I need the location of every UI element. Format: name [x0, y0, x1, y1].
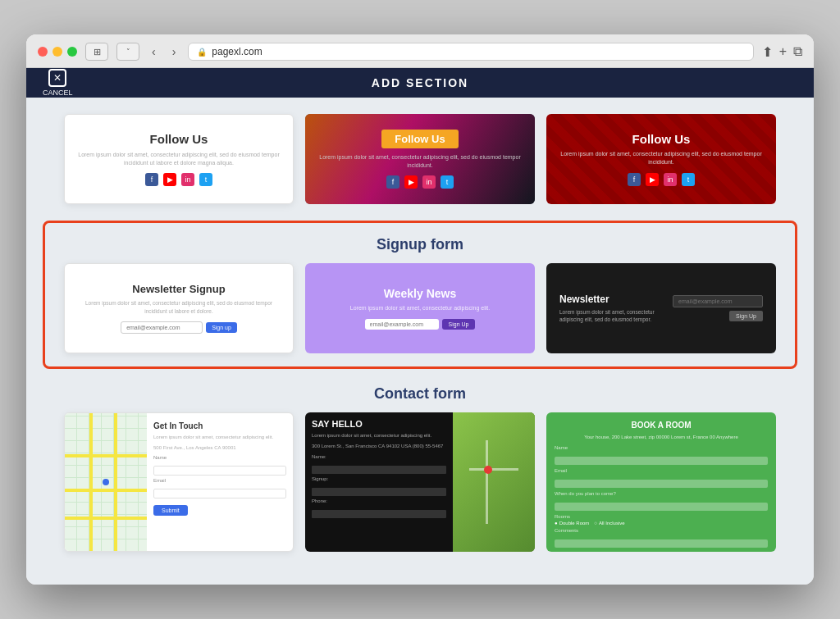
follow-us-yellow-title: Follow Us — [381, 130, 458, 148]
br-room-double[interactable]: ●Double Room — [555, 521, 589, 526]
name-field: Name — [153, 455, 286, 476]
youtube-icon: ▶ — [163, 173, 176, 186]
tabs-button[interactable]: ⧉ — [793, 44, 802, 59]
sh-name-input[interactable] — [312, 466, 446, 474]
br-comments-input[interactable] — [555, 539, 768, 548]
book-a-room-card[interactable]: BOOK A ROOM Your house, 200 Lake street,… — [546, 412, 776, 552]
dark-newsletter-email-input[interactable] — [673, 295, 763, 307]
weekly-news-signup-button[interactable]: Sign Up — [442, 319, 476, 330]
facebook-icon-r: f — [628, 173, 641, 186]
newsletter-desc: Lorem ipsum dolor sit amet, consectetur … — [76, 299, 281, 314]
forward-button[interactable]: › — [168, 43, 180, 60]
weekly-news-email-input[interactable] — [365, 319, 439, 330]
submit-button[interactable]: Submit — [153, 505, 188, 516]
share-button[interactable]: ⬆ — [762, 44, 773, 60]
app-header: ✕ CANCEL ADD SECTION — [26, 68, 814, 98]
instagram-icon: in — [181, 173, 194, 186]
window-chevron-button[interactable]: ˅ — [116, 43, 139, 61]
follow-us-red-desc: Lorem ipsum dolor sit amet, consectetur … — [556, 150, 766, 166]
br-date-field: When do you plan to come? — [555, 491, 768, 512]
br-room-inclusive[interactable]: ○All Inclusive — [594, 521, 624, 526]
twitter-icon-r: t — [682, 173, 695, 186]
signup-form-label: Signup form — [58, 236, 782, 253]
youtube-icon-r: ▶ — [646, 173, 659, 186]
back-button[interactable]: ‹ — [148, 43, 160, 60]
window-layout-button[interactable]: ⊞ — [85, 43, 108, 61]
newsletter-title: Newsletter Signup — [132, 283, 225, 295]
weekly-news-card[interactable]: Weekly News Lorem ipsum dolor sit amet, … — [305, 263, 535, 353]
sh-field-signup: Signup: — [312, 476, 446, 497]
browser-chrome: ⊞ ˅ ‹ › 🔒 pagexl.com ⬆ + ⧉ — [26, 34, 814, 68]
follow-us-red-social: f ▶ in t — [628, 173, 695, 186]
name-input[interactable] — [153, 466, 286, 476]
signup-cards-row: Newsletter Signup Lorem ipsum dolor sit … — [58, 263, 782, 353]
main-content: Follow Us Lorem ipsum dolor sit amet, co… — [26, 98, 814, 585]
email-label: Email — [153, 478, 286, 483]
weekly-news-desc: Lorem ipsum dolor sit amet, consectetur … — [350, 304, 490, 312]
name-label: Name — [153, 455, 286, 460]
dark-newsletter-left: Newsletter Lorem ipsum dolor sit amet, c… — [559, 294, 663, 323]
br-room-options: ●Double Room ○All Inclusive — [555, 521, 768, 526]
sh-field-phone: Phone: — [312, 498, 446, 519]
new-tab-button[interactable]: + — [779, 44, 787, 59]
br-date-input[interactable] — [555, 503, 768, 511]
sh-signup-input[interactable] — [312, 488, 446, 496]
get-in-touch-title: Get In Touch — [153, 421, 286, 430]
br-room-double-label: Double Room — [559, 521, 590, 526]
say-hello-fields: Name: Signup: Phone: — [312, 454, 446, 519]
say-hello-content: SAY HELLO Lorem ipsum dolor sit amet, co… — [305, 412, 453, 552]
say-hello-map — [453, 412, 535, 552]
maximize-button[interactable] — [67, 47, 77, 57]
map-pin — [103, 479, 109, 485]
get-in-touch-address: 500 First Ave., Los Angeles CA 90001 — [153, 444, 286, 452]
newsletter-signup-card[interactable]: Newsletter Signup Lorem ipsum dolor sit … — [64, 263, 294, 353]
browser-actions: ⬆ + ⧉ — [762, 44, 802, 60]
map-image — [65, 413, 147, 551]
page-title: ADD SECTION — [372, 76, 468, 89]
newsletter-signup-button[interactable]: Sign up — [206, 322, 237, 333]
say-hello-card[interactable]: SAY HELLO Lorem ipsum dolor sit amet, co… — [305, 412, 535, 552]
say-hello-address: 300 Lorem St., San Francisco CA 94102 US… — [312, 443, 446, 449]
follow-us-yellow-social: f ▶ in t — [386, 175, 454, 189]
weekly-news-title: Weekly News — [384, 287, 456, 300]
newsletter-email-input[interactable] — [121, 321, 203, 334]
br-comments-field: Comments — [555, 528, 768, 548]
traffic-lights — [38, 47, 77, 57]
br-room-inclusive-label: All Inclusive — [599, 521, 625, 526]
get-in-touch-desc: Lorem ipsum dolor sit amet, consectetur … — [153, 434, 286, 441]
contact-cards-row: Get In Touch Lorem ipsum dolor sit amet,… — [43, 412, 797, 552]
facebook-icon-y: f — [386, 175, 399, 189]
address-bar[interactable]: 🔒 pagexl.com — [188, 43, 753, 61]
cancel-button[interactable]: ✕ CANCEL — [43, 69, 73, 97]
email-input[interactable] — [153, 489, 286, 498]
follow-us-card-yellow[interactable]: Follow Us Lorem ipsum dolor sit amet, co… — [305, 114, 535, 204]
close-button[interactable] — [38, 47, 48, 57]
dark-newsletter-signup-button[interactable]: Sign Up — [729, 311, 763, 321]
signup-form-section: Signup form Newsletter Signup Lorem ipsu… — [43, 221, 797, 369]
sh-phone-input[interactable] — [312, 510, 446, 518]
follow-us-white-social: f ▶ in t — [145, 173, 212, 186]
newsletter-form: Sign up — [121, 321, 237, 334]
url-text: pagexl.com — [212, 46, 262, 57]
follow-us-card-white[interactable]: Follow Us Lorem ipsum dolor sit amet, co… — [64, 114, 294, 204]
contact-form-label: Contact form — [43, 385, 797, 403]
get-in-touch-card[interactable]: Get In Touch Lorem ipsum dolor sit amet,… — [64, 412, 294, 552]
say-hello-title: SAY HELLO — [312, 419, 446, 429]
instagram-icon-r: in — [664, 173, 677, 186]
br-name-input[interactable] — [555, 457, 768, 465]
say-hello-desc: Lorem ipsum dolor sit amet, consectetur … — [312, 432, 446, 439]
book-room-desc: Your house, 200 Lake street, zip 00000 L… — [555, 434, 768, 440]
follow-us-card-red[interactable]: Follow Us Lorem ipsum dolor sit amet, co… — [546, 114, 776, 204]
facebook-icon: f — [145, 173, 158, 186]
cancel-icon: ✕ — [48, 69, 66, 87]
cancel-label: CANCEL — [43, 89, 73, 97]
dark-newsletter-right: Sign Up — [673, 295, 763, 321]
follow-us-red-title: Follow Us — [632, 132, 691, 146]
br-rooms-field: Rooms ●Double Room ○All Inclusive — [555, 514, 768, 526]
br-email-input[interactable] — [555, 480, 768, 488]
dark-newsletter-card[interactable]: Newsletter Lorem ipsum dolor sit amet, c… — [546, 263, 776, 353]
weekly-news-form: Sign Up — [365, 319, 476, 330]
minimize-button[interactable] — [52, 47, 62, 57]
follow-us-section: Follow Us Lorem ipsum dolor sit amet, co… — [43, 114, 797, 204]
br-email-field: Email — [555, 468, 768, 489]
